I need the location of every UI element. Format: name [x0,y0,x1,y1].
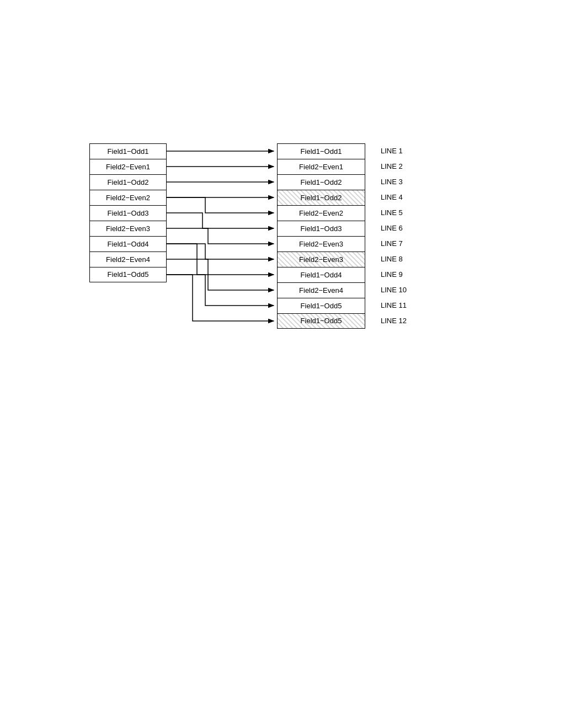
right-box-7: Field2−Even3 [277,251,365,267]
line-label-10: LINE 10 [376,282,407,298]
right-box-4: Field2−Even2 [277,205,365,221]
header-center [280,22,286,33]
right-box-8: Field1−Odd4 [277,267,365,282]
diagram-area: Field1−Odd1Field2−Even1Field1−Odd2Field2… [33,143,532,353]
line-label-5: LINE 5 [376,205,407,221]
right-box-6: Field2−Even3 [277,236,365,251]
line-label-2: LINE 2 [376,159,407,174]
right-column: Field1−Odd1Field2−Even1Field1−Odd2Field1… [277,143,365,329]
right-box-11: Field1−Odd5 [277,313,365,329]
right-box-5: Field1−Odd3 [277,221,365,236]
left-box-7: Field2−Even4 [89,251,167,267]
line-label-7: LINE 7 [376,236,407,251]
diagram-container: Field1−Odd1Field2−Even1Field1−Odd2Field2… [89,143,476,353]
line-labels: LINE 1LINE 2LINE 3LINE 4LINE 5LINE 6LINE… [376,143,407,329]
line-label-9: LINE 9 [376,267,407,282]
line-label-11: LINE 11 [376,298,407,313]
left-box-4: Field1−Odd3 [89,205,167,221]
page: Field1−Odd1Field2−Even1Field1−Odd2Field2… [0,0,565,728]
header [33,22,532,33]
line-label-4: LINE 4 [376,190,407,205]
right-box-1: Field2−Even1 [277,159,365,174]
left-box-2: Field1−Odd2 [89,174,167,190]
left-box-3: Field2−Even2 [89,190,167,205]
left-box-1: Field2−Even1 [89,159,167,174]
line-label-3: LINE 3 [376,174,407,190]
line-label-8: LINE 8 [376,251,407,267]
right-box-0: Field1−Odd1 [277,143,365,159]
left-box-6: Field1−Odd4 [89,236,167,251]
line-label-1: LINE 1 [376,143,407,159]
line-label-12: LINE 12 [376,313,407,329]
left-box-8: Field1−Odd5 [89,267,167,282]
right-box-2: Field1−Odd2 [277,174,365,190]
right-box-3: Field1−Odd2 [277,190,365,205]
left-box-0: Field1−Odd1 [89,143,167,159]
line-label-6: LINE 6 [376,221,407,236]
right-box-10: Field1−Odd5 [277,298,365,313]
right-box-9: Field2−Even4 [277,282,365,298]
left-column: Field1−Odd1Field2−Even1Field1−Odd2Field2… [89,143,167,282]
left-box-5: Field2−Even3 [89,221,167,236]
